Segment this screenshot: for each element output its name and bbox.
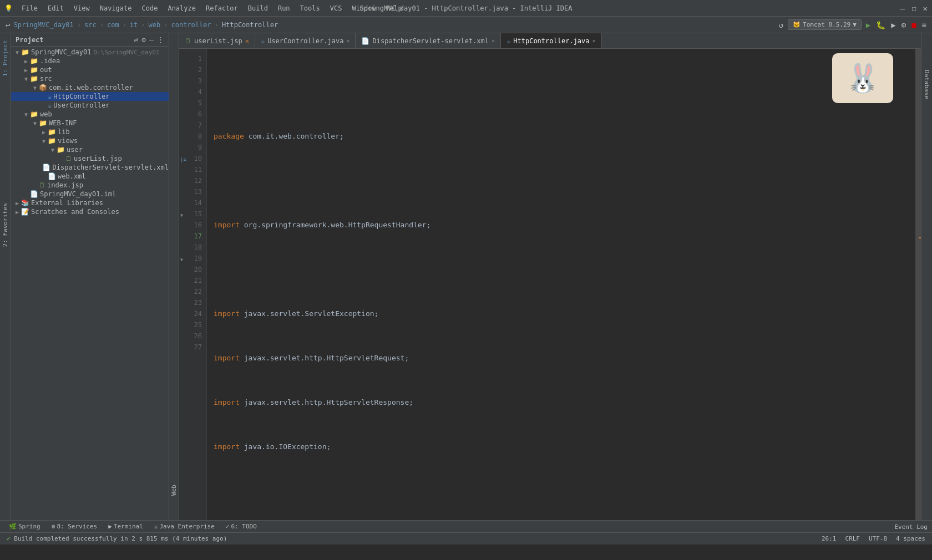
run-icon[interactable]: ▶	[865, 19, 872, 30]
menu-navigate[interactable]: Navigate	[95, 3, 136, 13]
indent-setting[interactable]: 4 spaces	[896, 535, 925, 542]
breadcrumb-project[interactable]: SpringMVC_day01	[13, 21, 73, 29]
tree-webinf[interactable]: ▼ 📁 WEB-INF	[11, 119, 169, 128]
back-icon[interactable]: ↩	[4, 19, 11, 30]
tab-close-icon[interactable]: ✕	[346, 38, 350, 44]
tab-close3-icon[interactable]: ✕	[592, 38, 596, 44]
project-side-tab[interactable]: 1: Project	[1, 38, 10, 79]
tab-userlist-jsp[interactable]: 🗒 userList.jsp ✕	[179, 33, 255, 49]
menu-file[interactable]: File	[17, 3, 42, 13]
refresh-icon[interactable]: ↺	[778, 19, 784, 30]
services-label: 8: Services	[57, 523, 97, 530]
services-icon: ⚙	[52, 523, 55, 530]
spring-tab[interactable]: 🌿 Spring	[4, 522, 45, 531]
line-10: 10|≡	[179, 153, 206, 164]
close-button[interactable]: ✕	[923, 4, 928, 13]
menu-code[interactable]: Code	[138, 3, 163, 13]
line-15: 15▼	[179, 208, 206, 220]
jsp-icon: 🗒	[65, 155, 72, 162]
services-tab[interactable]: ⚙ 8: Services	[47, 522, 102, 531]
breadcrumb-it[interactable]: it	[130, 21, 138, 29]
tree-web-xml[interactable]: 📄 web.xml	[11, 172, 169, 181]
tree-index-jsp[interactable]: 🗒 index.jsp	[11, 181, 169, 190]
scroll-thumb[interactable]	[915, 49, 921, 520]
favorites-side-tab[interactable]: 2: Favorites	[1, 201, 10, 249]
menu-analyze[interactable]: Analyze	[163, 3, 200, 13]
panel-sync-icon[interactable]: ⇄	[134, 35, 139, 44]
tree-web[interactable]: ▼ 📁 web	[11, 110, 169, 119]
run-coverage-icon[interactable]: ▶	[890, 19, 896, 30]
code-content[interactable]: 🐰 package com.it.web.controller; import …	[207, 49, 915, 520]
tree-src[interactable]: ▼ 📁 src	[11, 74, 169, 83]
tree-idea[interactable]: ▶ 📁 .idea	[11, 57, 169, 65]
tree-package[interactable]: ▼ 📦 com.it.web.controller	[11, 83, 169, 92]
line-13: 13	[179, 186, 206, 197]
database-side-tab[interactable]: Database	[922, 67, 931, 103]
tree-indexjsp-label: index.jsp	[47, 181, 83, 189]
spring-icon: 🌿	[9, 523, 17, 530]
libs-icon: 📚	[21, 199, 29, 207]
terminal-icon: ▶	[108, 523, 112, 530]
tree-dispatcher-xml[interactable]: 📄 DispatcherServlet-servlet.xml	[11, 163, 169, 172]
tomcat-run-config[interactable]: 🐱 Tomcat 8.5.29 ▼	[788, 19, 862, 30]
tree-httpcontroller[interactable]: ☕ HttpController	[11, 92, 169, 101]
web-side-tab[interactable]: Web	[169, 482, 179, 498]
tree-external-libs[interactable]: ▶ 📚 External Libraries	[11, 198, 169, 207]
debug-icon[interactable]: 🐛	[875, 19, 887, 30]
tab-jsp-icon: 🗒	[185, 37, 191, 45]
tree-usercontroller[interactable]: ☕ UserController	[11, 101, 169, 110]
panel-gear-icon[interactable]: ⚙	[141, 35, 146, 44]
tree-lib[interactable]: ▶ 📁 lib	[11, 128, 169, 136]
build-status: ✔ Build completed successfully in 2 s 81…	[7, 535, 817, 542]
tree-dispatcher-label: DispatcherServlet-servlet.xml	[52, 164, 169, 171]
line-3: 3	[179, 75, 206, 86]
breadcrumb-src[interactable]: src	[84, 21, 97, 29]
line-separator[interactable]: CRLF	[845, 535, 860, 542]
breadcrumb-file[interactable]: HttpController	[222, 21, 278, 29]
panel-collapse-icon[interactable]: —	[149, 35, 154, 44]
status-bar: ✔ Build completed successfully in 2 s 81…	[0, 532, 932, 544]
more-icon[interactable]: ≡	[921, 19, 928, 30]
menu-run[interactable]: Run	[273, 3, 295, 13]
breadcrumb-controller[interactable]: controller	[171, 21, 211, 29]
panel-icons: ⇄ ⚙ — ⋮	[134, 35, 164, 44]
stop-icon[interactable]: ■	[910, 19, 917, 30]
event-log-label[interactable]: Event Log	[894, 523, 928, 531]
menu-build[interactable]: Build	[244, 3, 272, 13]
menu-edit[interactable]: Edit	[43, 3, 68, 13]
tree-views[interactable]: ▼ 📁 views	[11, 136, 169, 145]
menu-tools[interactable]: Tools	[296, 3, 325, 13]
todo-tab[interactable]: ✓ 6: TODO	[221, 522, 261, 531]
menu-refactor[interactable]: Refactor	[201, 3, 242, 13]
java-icon: ☕	[48, 101, 52, 109]
line-5: 5	[179, 98, 206, 109]
tab-usercontroller[interactable]: ☕ UserController.java ✕	[255, 33, 356, 49]
menu-vcs[interactable]: VCS	[326, 3, 347, 13]
breadcrumb-com[interactable]: com	[107, 21, 119, 29]
tab-dispatcher-label: DispatcherServlet-servlet.xml	[372, 37, 489, 45]
breadcrumb-web[interactable]: web	[149, 21, 161, 29]
menu-view[interactable]: View	[69, 3, 94, 13]
tree-root[interactable]: ▼ 📁 SpringMVC_day01 D:\SpringMVC_day01	[11, 48, 169, 57]
terminal-tab[interactable]: ▶ Terminal	[104, 522, 148, 531]
tree-iml[interactable]: 📄 SpringMVC_day01.iml	[11, 190, 169, 198]
tree-scratches[interactable]: ▶ 📝 Scratches and Consoles	[11, 207, 169, 216]
tree-userlist-label: userList.jsp	[74, 155, 122, 162]
tree-root-path: D:\SpringMVC_day01	[93, 49, 159, 56]
tree-out[interactable]: ▶ 📁 out	[11, 65, 169, 74]
code-line-9	[214, 486, 915, 497]
encoding[interactable]: UTF-8	[869, 535, 887, 542]
tree-external-label: External Libraries	[31, 199, 103, 207]
panel-settings-icon[interactable]: ⋮	[157, 35, 164, 44]
tab-dispatcherservlet[interactable]: 📄 DispatcherServlet-servlet.xml ✕	[356, 33, 501, 49]
maximize-button[interactable]: ☐	[911, 4, 916, 13]
cursor-position[interactable]: 26:1	[822, 535, 837, 542]
settings-icon[interactable]: ⚙	[900, 19, 907, 30]
editor-scrollbar[interactable]	[915, 49, 921, 520]
tree-user-folder[interactable]: ▼ 📁 user	[11, 145, 169, 154]
minimize-button[interactable]: —	[900, 4, 905, 13]
java-enterprise-tab[interactable]: ☕ Java Enterprise	[150, 522, 219, 531]
tree-userlist-jsp[interactable]: 🗒 userList.jsp	[11, 154, 169, 163]
tab-httpcontroller[interactable]: ☕ HttpController.java ✕	[501, 33, 602, 49]
tab-close2-icon[interactable]: ✕	[492, 38, 495, 44]
